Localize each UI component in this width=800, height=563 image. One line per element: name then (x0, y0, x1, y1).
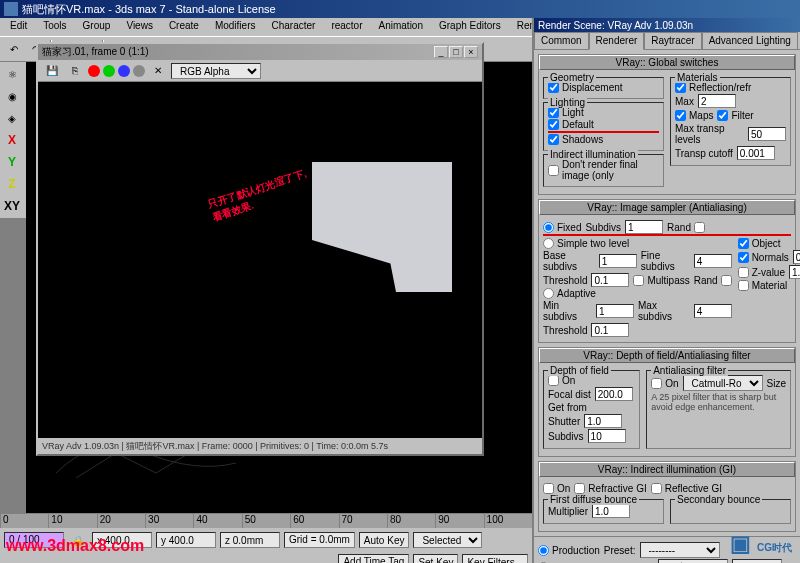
grid-label: Grid = 0.0mm (284, 532, 355, 548)
aa-filter-dropdown[interactable]: Catmull-Rom (683, 375, 763, 391)
axis-z-button[interactable]: Z (2, 174, 22, 194)
tab-advlighting[interactable]: Advanced Lighting (702, 32, 798, 49)
setkey-button[interactable]: Set Key (413, 554, 458, 563)
render-window-titlebar[interactable]: 猫家习.01, frame 0 (1:1) _ □ × (38, 44, 482, 60)
menu-edit[interactable]: Edit (4, 20, 33, 34)
channel-dropdown[interactable]: RGB Alpha (171, 63, 261, 79)
reactor-icon[interactable]: ⚛ (2, 64, 22, 84)
fixed-sampler-radio[interactable]: Fixed (543, 222, 581, 233)
aa-on-checkbox[interactable]: On (651, 378, 678, 389)
axis-y-button[interactable]: Y (2, 152, 22, 172)
tab-raytracer[interactable]: Raytracer (644, 32, 701, 49)
mult-spinner[interactable] (592, 504, 630, 518)
autokey-button[interactable]: Auto Key (359, 532, 410, 548)
render-toolbar: 💾 ⎘ ✕ RGB Alpha (38, 60, 482, 82)
rollout-header[interactable]: VRay:: Global switches (539, 55, 795, 70)
maximize-icon[interactable]: □ (449, 46, 463, 58)
annotation-text: 只开了默认灯光渲了下, 看看效果. (206, 167, 312, 225)
tab-common[interactable]: Common (534, 32, 589, 49)
render-button[interactable]: Render (732, 559, 782, 563)
tool-icon[interactable]: ◈ (2, 108, 22, 128)
axis-xy-button[interactable]: XY (2, 196, 22, 216)
menu-tools[interactable]: Tools (37, 20, 72, 34)
menu-grapheditors[interactable]: Graph Editors (433, 20, 507, 34)
displacement-checkbox[interactable]: Displacement (548, 82, 659, 93)
maps-checkbox[interactable]: Maps (675, 110, 713, 121)
max-depth-spinner[interactable] (698, 94, 736, 108)
render-scene-dialog: Render Scene: VRay Adv 1.09.03n Common R… (532, 18, 800, 563)
light-checkbox[interactable]: Light (548, 107, 659, 118)
watermark-url: www.3dmax8.com (6, 537, 144, 555)
app-title: 猫吧情怀VR.max - 3ds max 7 - Stand-alone Lic… (22, 2, 796, 17)
zvalue-checkbox[interactable]: Z-value (738, 267, 785, 278)
subdivs-spinner[interactable] (625, 220, 663, 234)
left-toolbar: ⚛ ◉ ◈ X Y Z XY (0, 62, 26, 218)
channel-g-icon[interactable] (103, 65, 115, 77)
render-tabs: Common Renderer Raytracer Advanced Light… (534, 32, 800, 50)
keyfilters-button[interactable]: Key Filters... (462, 554, 528, 563)
default-light-checkbox[interactable]: Default (548, 119, 659, 130)
rollout-header[interactable]: VRay:: Image sampler (Antialiasing) (539, 200, 795, 215)
minimize-icon[interactable]: _ (434, 46, 448, 58)
shadows-checkbox[interactable]: Shadows (548, 134, 659, 145)
close-icon[interactable]: × (464, 46, 478, 58)
time-ruler[interactable]: 0102030405060708090100 (0, 514, 532, 528)
add-time-tag[interactable]: Add Time Tag (338, 554, 409, 563)
base-subdivs-spinner[interactable] (599, 254, 637, 268)
menu-group[interactable]: Group (77, 20, 117, 34)
tool-icon[interactable]: ◉ (2, 86, 22, 106)
production-radio[interactable]: Production (538, 545, 600, 556)
object-checkbox[interactable]: Object (738, 238, 800, 249)
render-status-bar: VRay Adv 1.09.03n | 猫吧情怀VR.max | Frame: … (38, 438, 482, 454)
menu-animation[interactable]: Animation (373, 20, 429, 34)
rollout-header[interactable]: VRay:: Depth of field/Antialiasing filte… (539, 348, 795, 363)
normals-checkbox[interactable]: Normals (738, 252, 789, 263)
render-frame-window: 猫家习.01, frame 0 (1:1) _ □ × 💾 ⎘ ✕ RGB Al… (36, 42, 484, 456)
coord-z-field[interactable] (220, 532, 280, 548)
channel-b-icon[interactable] (118, 65, 130, 77)
clone-icon[interactable]: ⎘ (65, 61, 85, 81)
keymode-dropdown[interactable]: Selected (413, 532, 482, 548)
render-output: 只开了默认灯光渲了下, 看看效果. (38, 82, 482, 438)
menu-reactor[interactable]: reactor (325, 20, 368, 34)
app-icon (4, 2, 18, 16)
clear-icon[interactable]: ✕ (148, 61, 168, 81)
focal-dist-spinner[interactable] (595, 387, 633, 401)
threshold-spinner[interactable] (591, 273, 629, 287)
filter-checkbox[interactable]: Filter (717, 110, 753, 121)
save-image-icon[interactable]: 💾 (42, 61, 62, 81)
material-checkbox[interactable]: Material (738, 280, 800, 291)
gi-on-checkbox[interactable]: On (543, 483, 570, 494)
tab-renderer[interactable]: Renderer (589, 32, 645, 50)
channel-r-icon[interactable] (88, 65, 100, 77)
rollout-gi: VRay:: Indirect illumination (GI) OnRefr… (538, 461, 796, 532)
menu-character[interactable]: Character (265, 20, 321, 34)
group-indirect-label: Indirect illumination (548, 149, 638, 160)
group-materials-label: Materials (675, 72, 720, 83)
menu-views[interactable]: Views (120, 20, 159, 34)
adaptive-radio[interactable]: Adaptive (543, 288, 732, 299)
transpcut-spinner[interactable] (737, 146, 775, 160)
render-window-title: 猫家习.01, frame 0 (1:1) (42, 45, 149, 59)
undo-icon[interactable]: ↶ (4, 39, 24, 59)
coord-y-field[interactable] (156, 532, 216, 548)
app-titlebar: 猫吧情怀VR.max - 3ds max 7 - Stand-alone Lic… (0, 0, 800, 18)
rollout-dof: VRay:: Depth of field/Antialiasing filte… (538, 347, 796, 457)
preset-dropdown[interactable]: -------- (640, 542, 720, 558)
rand-checkbox[interactable]: Rand (667, 222, 705, 233)
menu-create[interactable]: Create (163, 20, 205, 34)
reflection-checkbox[interactable]: Reflection/refr (675, 82, 786, 93)
viewport-dropdown[interactable]: 猫家习.01 (658, 559, 728, 563)
render-dialog-title[interactable]: Render Scene: VRay Adv 1.09.03n (534, 18, 800, 32)
cg-logo: ▣ CG时代 (730, 531, 792, 557)
rollout-header[interactable]: VRay:: Indirect illumination (GI) (539, 462, 795, 477)
dont-render-checkbox[interactable]: Don't render final image (only (548, 159, 659, 181)
menu-modifiers[interactable]: Modifiers (209, 20, 262, 34)
channel-alpha-icon[interactable] (133, 65, 145, 77)
maxtransp-spinner[interactable] (748, 127, 786, 141)
axis-x-button[interactable]: X (2, 130, 22, 150)
dof-on-checkbox[interactable]: On (548, 375, 635, 386)
simple-two-radio[interactable]: Simple two level (543, 238, 732, 249)
group-geometry-label: Geometry (548, 72, 596, 83)
rendered-geometry (312, 162, 452, 292)
